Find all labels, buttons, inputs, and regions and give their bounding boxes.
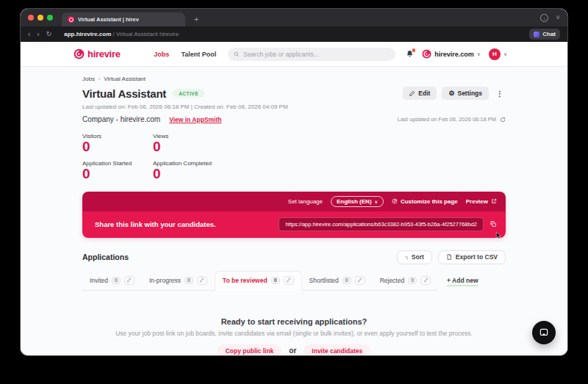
breadcrumb: Jobs › Virtual Assistant <box>82 76 506 82</box>
job-stats: Visitors 0 Views 0 Application Started 0… <box>82 133 506 182</box>
notifications-button[interactable] <box>406 50 414 58</box>
close-window-button[interactable] <box>28 15 34 21</box>
stat-application-completed: Application Completed 0 <box>153 160 270 182</box>
stage-tab-to-be-reviewed[interactable]: To be reviewed 0 <box>215 271 302 291</box>
stage-tab-rejected[interactable]: Rejected 0 <box>373 272 438 290</box>
copy-icon <box>490 220 497 228</box>
main-content: Jobs › Virtual Assistant Virtual Assista… <box>21 67 567 355</box>
url-host: app.hirevire.com <box>64 31 111 37</box>
settings-button-label: Settings <box>457 90 482 97</box>
empty-state: Ready to start receiving applications? U… <box>82 317 506 355</box>
customize-label: Customize this page <box>401 198 458 205</box>
last-refreshed-text: Last updated on Feb 06, 2026 06:18 PM <box>398 116 496 123</box>
edit-button-label: Edit <box>418 90 430 97</box>
stat-visitors: Visitors 0 <box>82 133 153 155</box>
stage-link-button[interactable] <box>197 276 207 285</box>
chat-widget-button[interactable] <box>532 321 556 344</box>
hirevire-logo[interactable]: hirevire <box>74 48 121 59</box>
add-stage-button[interactable]: + Add new <box>447 277 478 286</box>
nav-jobs[interactable]: Jobs <box>154 51 169 58</box>
stage-tab-shortlisted[interactable]: Shortlisted 0 <box>302 272 373 290</box>
stage-link-button[interactable] <box>355 276 365 285</box>
address-bar[interactable]: app.hirevire.com / Virtual Assistant hir… <box>64 31 179 37</box>
brand-wordmark: hirevire <box>87 48 121 59</box>
hirevire-logo-icon <box>74 48 85 59</box>
stage-tabs: Invited 0 In-progress 0 <box>82 271 506 291</box>
browser-chat-extension-button[interactable]: Chat <box>529 29 560 40</box>
preview-button[interactable]: Preview <box>466 198 497 205</box>
reload-icon[interactable]: ↻ <box>46 31 52 37</box>
stage-tab-invited[interactable]: Invited 0 <box>82 272 142 290</box>
link-icon <box>286 278 291 283</box>
url-path: / Virtual Assistant hirevire <box>111 31 179 37</box>
breadcrumb-jobs[interactable]: Jobs <box>82 76 95 82</box>
more-options-icon[interactable]: ⋮ <box>494 90 506 98</box>
chevron-down-icon[interactable]: ∨ <box>556 15 560 21</box>
browser-tab[interactable]: Virtual Assistant | hirev <box>62 12 185 26</box>
stage-link-button[interactable] <box>420 276 431 285</box>
refresh-icon[interactable] <box>500 117 506 123</box>
settings-button[interactable]: ⚙ Settings <box>442 87 489 100</box>
user-menu[interactable]: H ∨ <box>489 48 507 60</box>
pencil-icon <box>409 90 415 96</box>
main-nav: Jobs Talent Pool <box>154 51 216 58</box>
company-label: Company - hirevire.com <box>82 115 160 123</box>
chat-extension-label: Chat <box>542 31 556 37</box>
stat-value: 0 <box>82 140 153 155</box>
new-tab-button[interactable]: + <box>194 15 198 23</box>
stat-label: Application Completed <box>153 160 270 167</box>
link-icon <box>423 278 429 283</box>
export-csv-button[interactable]: Export to CSV <box>438 250 506 264</box>
empty-state-heading: Ready to start receiving applications? <box>82 317 506 326</box>
stat-views: Views 0 <box>153 133 270 155</box>
language-value: English (EN) <box>337 198 372 205</box>
stage-link-button[interactable] <box>284 276 294 285</box>
org-logo-icon <box>422 49 431 59</box>
zoom-window-button[interactable] <box>47 15 53 21</box>
stage-count-badge: 0 <box>343 277 351 284</box>
stage-tab-label: To be reviewed <box>223 277 268 284</box>
customize-page-button[interactable]: Customize this page <box>392 198 458 205</box>
view-in-appsmith-link[interactable]: View in AppSmith <box>169 116 221 123</box>
invite-candidates-button[interactable]: Invite candidates <box>304 344 370 355</box>
page-title: Virtual Assistant <box>82 87 166 100</box>
language-select[interactable]: English (EN) ∨ <box>331 196 384 207</box>
browser-tab-bar: Virtual Assistant | hirev + ↓ ∨ <box>21 9 567 26</box>
edit-button[interactable]: Edit <box>403 87 437 100</box>
global-search[interactable] <box>228 48 395 61</box>
stage-tab-label: Invited <box>90 277 108 284</box>
window-controls <box>28 15 53 21</box>
copy-link-button[interactable] <box>490 220 497 228</box>
chat-bubble-icon <box>539 327 549 338</box>
minimize-window-button[interactable] <box>37 15 43 21</box>
sort-button[interactable]: ↑↓ Sort <box>397 250 432 264</box>
applications-heading: Applications <box>82 253 129 261</box>
hirevire-favicon-icon <box>68 16 74 23</box>
stage-link-button[interactable] <box>124 276 135 285</box>
stage-count-badge: 0 <box>112 277 121 284</box>
breadcrumb-current: Virtual Assistant <box>104 76 146 82</box>
link-icon <box>357 278 362 283</box>
sort-label: Sort <box>412 253 424 261</box>
stat-application-started: Application Started 0 <box>82 160 153 182</box>
browser-tab-title: Virtual Assistant | hirev <box>78 16 139 23</box>
stage-tab-in-progress[interactable]: In-progress 0 <box>142 272 215 290</box>
back-icon[interactable]: ‹ <box>28 31 30 38</box>
application-link-field[interactable]: https://app.hirevire.com/applications/b6… <box>279 217 484 231</box>
link-icon <box>199 278 204 283</box>
search-input[interactable] <box>243 51 390 58</box>
forward-icon[interactable]: › <box>37 31 39 38</box>
org-name: hirevire.com <box>434 51 474 58</box>
copy-public-link-button[interactable]: Copy public link <box>218 344 282 355</box>
org-switcher[interactable]: hirevire.com ∨ <box>422 49 481 59</box>
nav-talent-pool[interactable]: Talent Pool <box>181 51 216 58</box>
browser-window: Virtual Assistant | hirev + ↓ ∨ ‹ › ↻ ap… <box>21 9 567 355</box>
empty-state-description: Use your job post link on job boards, in… <box>82 330 506 337</box>
job-meta: Last updated on: Feb 06, 2026 06:18 PM |… <box>82 104 506 110</box>
preview-label: Preview <box>466 198 488 205</box>
stage-count-badge: 0 <box>271 277 280 284</box>
downloads-icon[interactable]: ↓ <box>540 14 548 22</box>
stat-value: 0 <box>82 167 153 182</box>
share-link-banner: Set language English (EN) ∨ Customize th… <box>82 192 506 238</box>
or-label: or <box>289 347 296 355</box>
